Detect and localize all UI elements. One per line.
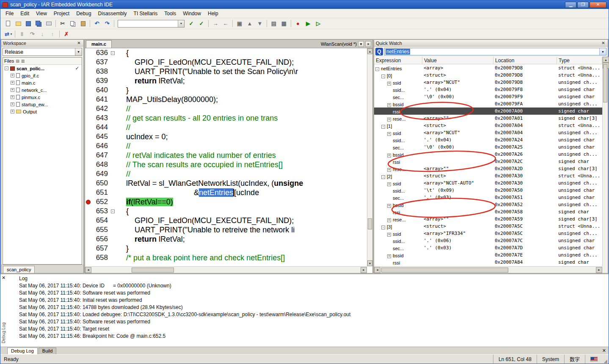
paste-button[interactable]	[78, 19, 88, 28]
tree-expand-icon[interactable]: +	[387, 182, 391, 186]
workspace-tab-scan-policy[interactable]: scan_policy	[3, 266, 35, 273]
workspace-tree-item[interactable]: +startup_ew...	[3, 101, 82, 108]
fold-margin[interactable]	[111, 95, 118, 104]
watch-vscroll-thumb[interactable]	[603, 64, 607, 102]
code-line[interactable]: 657 }	[85, 244, 367, 253]
watch-row[interactable]: -[3]<struct>0x20007A5Cstruct <Unna...	[374, 223, 602, 230]
download-and-debug-button[interactable]: ▶	[303, 19, 313, 28]
watch-hscroll-thumb[interactable]	[381, 267, 508, 273]
watch-row[interactable]: +ssid<array>"NCUT"0x200079D8unsigned ch.…	[374, 79, 602, 86]
fold-margin[interactable]	[111, 216, 118, 225]
fold-margin[interactable]	[111, 225, 118, 234]
breakpoint-margin[interactable]	[85, 141, 91, 151]
tree-expand-icon[interactable]: +	[11, 95, 14, 99]
breakpoint-margin[interactable]	[85, 160, 91, 169]
workspace-tree-item[interactable]: +pinmux.c	[3, 94, 82, 101]
workspace-tree-item[interactable]: -scan_polic...✓	[3, 65, 82, 72]
watch-column-header-expression[interactable]: Expression	[374, 57, 422, 64]
fold-margin[interactable]	[111, 197, 118, 207]
copy-button[interactable]	[68, 19, 77, 28]
tree-expand-icon[interactable]: +	[11, 81, 14, 85]
files-column-icon-2[interactable]: ▥	[21, 59, 25, 63]
configuration-dropdown[interactable]: Release ▼	[3, 48, 82, 56]
code-line[interactable]: 649 //	[85, 169, 367, 179]
us-flag-icon[interactable]	[590, 357, 598, 361]
watch-row[interactable]: rssi0x20007A00signed char	[374, 108, 602, 115]
fold-margin[interactable]	[111, 151, 118, 160]
fold-margin[interactable]	[111, 104, 118, 113]
watch-row[interactable]: +bssid0x200079FAunsigned ch...	[374, 100, 602, 108]
menu-view[interactable]: View	[33, 9, 50, 18]
fold-margin[interactable]	[111, 141, 118, 151]
fold-margin[interactable]: -	[111, 207, 118, 216]
redo-button[interactable]: ↷	[102, 19, 112, 28]
watch-horizontal-scrollbar[interactable]: ◄ ►	[374, 266, 602, 273]
code-line[interactable]: 645 ucIndex = 0;	[85, 132, 367, 141]
breakpoint-margin[interactable]	[85, 179, 91, 188]
scroll-right-icon[interactable]: ►	[361, 267, 367, 273]
configuration-dropdown-icon[interactable]: ▼	[75, 48, 82, 55]
watch-row[interactable]: sec...'\0' (0x00)0x200079F9unsigned char	[374, 93, 602, 100]
make-button[interactable]: ▦	[279, 19, 289, 28]
watch-row[interactable]: +rese...<array>""0x20007A01signed char[3…	[374, 115, 602, 122]
log-close-icon[interactable]: ✕	[2, 275, 6, 281]
watch-row[interactable]: rssi0x20007A58signed char	[374, 208, 602, 215]
workspace-tree-item[interactable]: +main.c	[3, 79, 82, 86]
fold-margin[interactable]: -	[111, 48, 118, 58]
log-tab-debug-log[interactable]: Debug Log	[7, 347, 38, 354]
breakpoint-margin[interactable]	[85, 207, 91, 216]
code-line[interactable]: 644 //	[85, 123, 367, 132]
menu-ti-stellaris[interactable]: TI Stellaris	[130, 9, 161, 18]
code-line[interactable]: 638 UART_PRINT("Unable to set the Scan P…	[85, 67, 367, 76]
scroll-down-icon[interactable]: ▼	[367, 260, 372, 266]
quickwatch-close-icon[interactable]: ✕	[601, 41, 606, 46]
tree-collapse-icon[interactable]: -	[381, 74, 385, 78]
step-over-button[interactable]: ↷	[28, 30, 37, 39]
fold-margin[interactable]	[111, 123, 118, 132]
breakpoint-margin[interactable]	[85, 225, 91, 234]
watch-row[interactable]: +rese...<array>""0x20007A59signed char[3…	[374, 215, 602, 223]
navigate-backward-button[interactable]: ←	[221, 19, 230, 28]
function-selector-dropdown-icon[interactable]: ▼	[358, 41, 364, 47]
watch-row[interactable]: -[0]<struct>0x200079D8struct <Unna...	[374, 72, 602, 79]
fold-margin[interactable]	[111, 244, 118, 253]
reset-button[interactable]: ⇄▾	[3, 30, 13, 39]
find-combo-dropdown-icon[interactable]: ▼	[178, 20, 184, 27]
tree-expand-icon[interactable]: +	[387, 82, 391, 85]
watch-scroll-left-icon[interactable]: ◄	[374, 267, 380, 273]
next-bookmark-button[interactable]: ▼	[255, 19, 265, 28]
menu-project[interactable]: Project	[50, 9, 73, 18]
navigate-forward-button[interactable]: →	[211, 19, 220, 28]
fold-margin[interactable]	[111, 160, 118, 169]
tree-collapse-icon[interactable]: -	[375, 67, 379, 71]
breakpoint-margin[interactable]	[85, 253, 91, 262]
watch-column-header-type[interactable]: Type	[557, 57, 602, 64]
print-button[interactable]	[44, 19, 53, 28]
breakpoint-margin[interactable]	[85, 58, 91, 67]
fold-collapse-icon[interactable]: -	[111, 51, 115, 55]
code-line[interactable]: 640 }	[85, 85, 367, 95]
editor-close-icon[interactable]: ✕	[365, 41, 371, 47]
watch-row[interactable]: +rese...<array>""0x20007A2Dsigned char[3…	[374, 165, 602, 172]
tree-expand-icon[interactable]: +	[387, 132, 391, 136]
code-line[interactable]: 647 // retVal indicates the valid number…	[85, 151, 367, 160]
scroll-left-icon[interactable]: ◄	[85, 267, 91, 273]
tree-expand-icon[interactable]: +	[11, 88, 14, 92]
tree-expand-icon[interactable]: +	[387, 103, 391, 107]
menu-debug[interactable]: Debug	[73, 9, 94, 18]
undo-button[interactable]: ↶	[92, 19, 102, 28]
watch-row[interactable]: +ssid<array>"NCUT"0x20007A04unsigned ch.…	[374, 129, 602, 136]
watch-row[interactable]: rssi0x20007A84signed char	[374, 259, 602, 266]
toggle-breakpoint-button[interactable]: ●	[293, 19, 303, 28]
watch-row[interactable]: ssid...'.' (0x04)0x20007A24unsigned char	[374, 136, 602, 143]
watch-row[interactable]: sec...'.' (0x03)0x20007A7Dunsigned char	[374, 244, 602, 251]
cut-button[interactable]: ✂	[58, 19, 67, 28]
debug-without-downloading-button[interactable]: ▷	[314, 19, 323, 28]
function-selector-value[interactable]: WlanScan(void *)	[321, 41, 357, 47]
workspace-close-icon[interactable]: ✕	[76, 41, 82, 46]
save-button[interactable]	[24, 19, 33, 28]
breakpoint-margin[interactable]	[85, 95, 91, 104]
breakpoint-margin[interactable]	[85, 244, 91, 253]
code-line[interactable]: 648 // The scan results are occupied in …	[85, 160, 367, 169]
code-line[interactable]: 651 &netEntries[ucInde	[85, 188, 367, 197]
